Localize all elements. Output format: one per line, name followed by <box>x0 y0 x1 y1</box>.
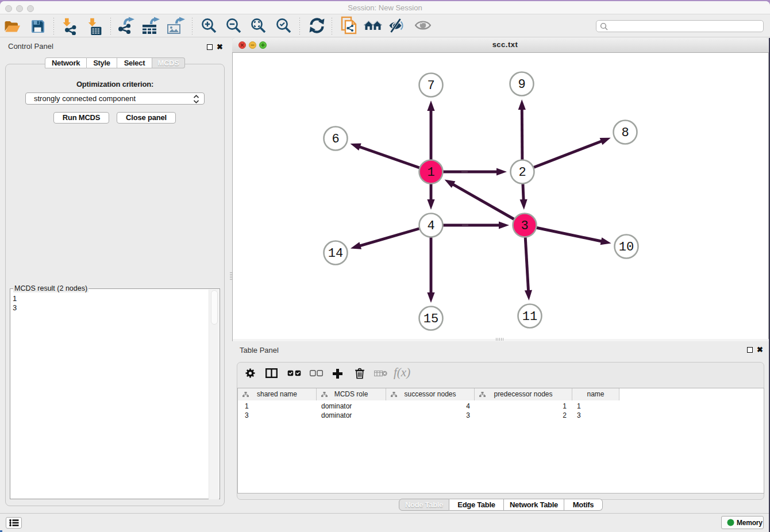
svg-text:9: 9 <box>518 78 525 92</box>
svg-text:14: 14 <box>328 246 343 261</box>
svg-text:2: 2 <box>518 165 526 180</box>
svg-text:10: 10 <box>619 240 634 255</box>
svg-text:3: 3 <box>521 219 528 233</box>
svg-text:1: 1 <box>427 165 434 180</box>
svg-text:7: 7 <box>427 79 434 93</box>
svg-text:6: 6 <box>332 132 339 147</box>
svg-text:4: 4 <box>427 219 434 233</box>
svg-text:8: 8 <box>621 126 629 140</box>
svg-text:15: 15 <box>424 312 438 326</box>
svg-text:11: 11 <box>522 310 537 324</box>
